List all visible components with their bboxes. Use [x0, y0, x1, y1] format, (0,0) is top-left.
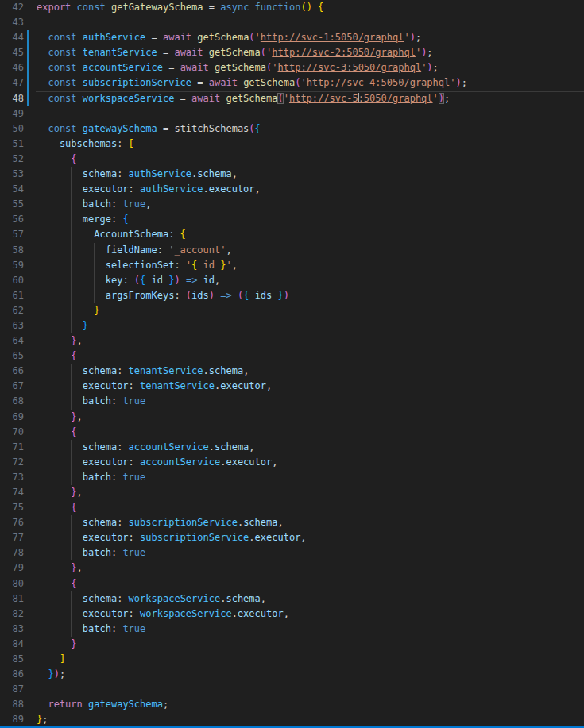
- code-line[interactable]: 59selectionSet: '{ id }',: [0, 258, 584, 273]
- code-line[interactable]: 87: [0, 682, 584, 697]
- code-line[interactable]: 83batch: true: [0, 622, 584, 637]
- indent-guide: [48, 349, 48, 364]
- line-number[interactable]: 79: [0, 560, 24, 576]
- line-number[interactable]: 61: [0, 288, 24, 303]
- line-number[interactable]: 77: [0, 530, 24, 545]
- code-line[interactable]: 78batch: true: [0, 545, 584, 560]
- line-number[interactable]: 67: [0, 379, 24, 394]
- code-line[interactable]: 53schema: authService.schema,: [0, 167, 584, 182]
- code-line[interactable]: 54executor: authService.executor,: [0, 182, 584, 197]
- code-token: authService: [83, 32, 145, 43]
- code-line[interactable]: 85]: [0, 652, 584, 667]
- code-line[interactable]: 77executor: subscriptionService.executor…: [0, 530, 584, 545]
- line-number[interactable]: 87: [0, 682, 24, 697]
- line-number[interactable]: 75: [0, 500, 24, 515]
- code-line[interactable]: 73batch: true: [0, 470, 584, 485]
- line-number[interactable]: 78: [0, 545, 24, 560]
- code-line[interactable]: 50const gatewaySchema = stitchSchemas({: [0, 121, 584, 137]
- line-number[interactable]: 66: [0, 364, 24, 379]
- line-number[interactable]: 45: [0, 45, 24, 60]
- code-line[interactable]: 79},: [0, 560, 584, 576]
- code-line[interactable]: 82executor: workspaceService.executor,: [0, 607, 584, 622]
- line-number[interactable]: 48: [0, 91, 24, 106]
- code-line[interactable]: 46const accountService = await getSchema…: [0, 60, 584, 75]
- line-number[interactable]: 63: [0, 318, 24, 333]
- line-number[interactable]: 71: [0, 440, 24, 455]
- line-number[interactable]: 76: [0, 515, 24, 530]
- line-number[interactable]: 69: [0, 410, 24, 425]
- line-number[interactable]: 49: [0, 106, 24, 121]
- line-number[interactable]: 57: [0, 227, 24, 242]
- line-number[interactable]: 64: [0, 333, 24, 349]
- line-number[interactable]: 74: [0, 485, 24, 500]
- line-number[interactable]: 73: [0, 470, 24, 485]
- code-line[interactable]: 63}: [0, 318, 584, 333]
- line-number[interactable]: 84: [0, 637, 24, 652]
- code-line[interactable]: 68batch: true: [0, 394, 584, 409]
- code-line[interactable]: 84}: [0, 637, 584, 652]
- line-number[interactable]: 58: [0, 243, 24, 258]
- line-number[interactable]: 59: [0, 258, 24, 273]
- line-number[interactable]: 55: [0, 197, 24, 212]
- code-line[interactable]: 44const authService = await getSchema('h…: [0, 30, 584, 45]
- line-number[interactable]: 62: [0, 303, 24, 318]
- line-number[interactable]: 68: [0, 394, 24, 409]
- line-number[interactable]: 43: [0, 15, 24, 30]
- code-line[interactable]: 72executor: accountService.executor,: [0, 455, 584, 470]
- line-number[interactable]: 51: [0, 137, 24, 152]
- line-number[interactable]: 52: [0, 152, 24, 167]
- indent-guide: [71, 515, 72, 530]
- line-number[interactable]: 72: [0, 455, 24, 470]
- code-line[interactable]: 88return gatewaySchema;: [0, 697, 584, 712]
- line-number[interactable]: 44: [0, 30, 24, 45]
- code-line[interactable]: 70{: [0, 425, 584, 440]
- line-number[interactable]: 86: [0, 667, 24, 682]
- code-line[interactable]: 58fieldName: '_account',: [0, 243, 584, 258]
- line-number[interactable]: 54: [0, 182, 24, 197]
- code-line[interactable]: 75{: [0, 500, 584, 515]
- line-number[interactable]: 81: [0, 591, 24, 607]
- code-line[interactable]: 42export const getGatewaySchema = async …: [0, 0, 584, 15]
- code-line[interactable]: 76schema: subscriptionService.schema,: [0, 515, 584, 530]
- code-line[interactable]: 60key: ({ id }) => id,: [0, 273, 584, 288]
- line-number[interactable]: 50: [0, 121, 24, 137]
- line-number[interactable]: 47: [0, 75, 24, 91]
- editor-gutter: 71: [0, 440, 37, 455]
- line-number[interactable]: 70: [0, 425, 24, 440]
- indent-guide: [37, 607, 37, 622]
- line-number[interactable]: 85: [0, 652, 24, 667]
- line-number[interactable]: 46: [0, 60, 24, 75]
- code-line[interactable]: 45const tenantService = await getSchema(…: [0, 45, 584, 60]
- code-line[interactable]: 57AccountSchema: {: [0, 227, 584, 242]
- code-line[interactable]: 51subschemas: [: [0, 137, 584, 152]
- code-line[interactable]: 52{: [0, 152, 584, 167]
- code-line[interactable]: 55batch: true,: [0, 197, 584, 212]
- line-number[interactable]: 80: [0, 576, 24, 591]
- code-line[interactable]: 81schema: workspaceService.schema,: [0, 591, 584, 607]
- code-line[interactable]: 56merge: {: [0, 212, 584, 227]
- code-line[interactable]: 66schema: tenantService.schema,: [0, 364, 584, 379]
- code-line[interactable]: 86});: [0, 667, 584, 682]
- code-line[interactable]: 65{: [0, 349, 584, 364]
- code-line[interactable]: 47const subscriptionService = await getS…: [0, 75, 584, 91]
- code-editor[interactable]: 42export const getGatewaySchema = async …: [0, 0, 584, 728]
- code-line[interactable]: 64},: [0, 333, 584, 349]
- code-line[interactable]: 61argsFromKeys: (ids) => ({ ids }): [0, 288, 584, 303]
- code-line[interactable]: 62}: [0, 303, 584, 318]
- code-line[interactable]: 49: [0, 106, 584, 121]
- line-number[interactable]: 88: [0, 697, 24, 712]
- line-number[interactable]: 65: [0, 349, 24, 364]
- code-line[interactable]: 67executor: tenantService.executor,: [0, 379, 584, 394]
- line-number[interactable]: 83: [0, 622, 24, 637]
- line-number[interactable]: 42: [0, 0, 24, 15]
- code-line[interactable]: 69},: [0, 410, 584, 425]
- code-line[interactable]: 80{: [0, 576, 584, 591]
- code-line[interactable]: 43: [0, 15, 584, 30]
- line-number[interactable]: 60: [0, 273, 24, 288]
- code-line[interactable]: 48const workspaceService = await getSche…: [0, 91, 584, 106]
- line-number[interactable]: 82: [0, 607, 24, 622]
- line-number[interactable]: 56: [0, 212, 24, 227]
- code-line[interactable]: 71schema: accountService.schema,: [0, 440, 584, 455]
- code-line[interactable]: 74},: [0, 485, 584, 500]
- line-number[interactable]: 53: [0, 167, 24, 182]
